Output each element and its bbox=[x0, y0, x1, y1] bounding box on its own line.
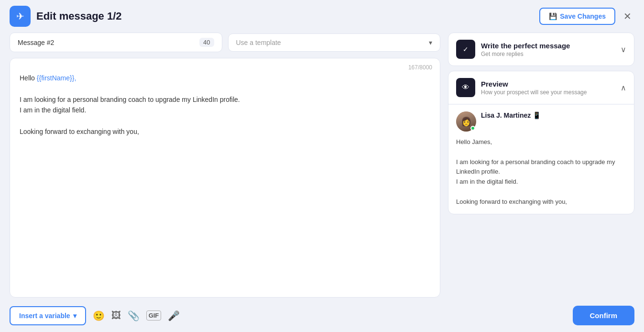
footer-left: Insert a variable ▾ 🙂 🖼 📎 GIF 🎤 bbox=[10, 306, 180, 325]
preview-user: 👩 Lisa J. Martinez 📱 bbox=[456, 111, 626, 132]
header-right: 💾 Save Changes ✕ bbox=[539, 8, 634, 25]
write-panel-text: Write the perfect message Get more repli… bbox=[481, 42, 570, 57]
emoji-button[interactable]: 🙂 bbox=[93, 310, 105, 321]
preview-panel-icon: 👁 bbox=[456, 78, 475, 97]
editor-content: Hello {{firstName}}, I am looking for a … bbox=[20, 73, 430, 137]
editor-line-1: I am looking for a personal branding coa… bbox=[20, 94, 430, 105]
message-label-box: Message #2 40 bbox=[10, 33, 222, 52]
preview-panel-text: Preview How your prospect will see your … bbox=[481, 80, 587, 96]
char-count-badge: 40 bbox=[199, 38, 214, 47]
preview-line-3: Looking forward to exchanging with you, bbox=[456, 197, 626, 207]
write-panel-header-left: ✓ Write the perfect message Get more rep… bbox=[456, 40, 570, 59]
message-controls: Message #2 40 Use a template ▾ bbox=[10, 33, 440, 52]
logo-icon: ✈ bbox=[10, 6, 31, 27]
image-button[interactable]: 🖼 bbox=[111, 310, 121, 321]
chevron-down-icon: ▾ bbox=[429, 39, 432, 46]
editor-box[interactable]: 167/8000 Hello {{firstName}}, I am looki… bbox=[10, 58, 440, 298]
editor-line-greeting: Hello {{firstName}}, bbox=[20, 73, 430, 83]
attachment-button[interactable]: 📎 bbox=[128, 310, 140, 321]
main-content: Message #2 40 Use a template ▾ 167/8000 … bbox=[0, 33, 644, 298]
save-changes-button[interactable]: 💾 Save Changes bbox=[539, 8, 615, 25]
left-panel: Message #2 40 Use a template ▾ 167/8000 … bbox=[10, 33, 440, 298]
preview-line-1: I am looking for a personal branding coa… bbox=[456, 157, 626, 177]
message-label: Message #2 bbox=[18, 39, 54, 46]
preview-line-2: I am in the digital field. bbox=[456, 177, 626, 187]
gif-button[interactable]: GIF bbox=[146, 310, 162, 321]
preview-panel-header-left: 👁 Preview How your prospect will see you… bbox=[456, 78, 587, 97]
header-left: ✈ Edit message 1/2 bbox=[10, 6, 122, 27]
confirm-button[interactable]: Confirm bbox=[573, 306, 635, 325]
save-icon: 💾 bbox=[549, 12, 557, 20]
footer-toolbar: Insert a variable ▾ 🙂 🖼 📎 GIF 🎤 Confirm bbox=[0, 299, 644, 332]
write-panel-title: Write the perfect message bbox=[481, 42, 570, 50]
preview-user-info: Lisa J. Martinez 📱 bbox=[481, 111, 541, 119]
preview-content: 👩 Lisa J. Martinez 📱 Hello James, I am l… bbox=[448, 104, 634, 214]
insert-variable-button[interactable]: Insert a variable ▾ bbox=[10, 306, 86, 325]
editor-line-2: I am in the digital field. bbox=[20, 105, 430, 115]
chevron-down-icon: ▾ bbox=[73, 312, 76, 320]
microphone-button[interactable]: 🎤 bbox=[168, 310, 180, 321]
preview-user-name: Lisa J. Martinez 📱 bbox=[481, 111, 541, 119]
write-panel-collapse-icon[interactable]: ∨ bbox=[621, 45, 626, 54]
template-dropdown[interactable]: Use a template ▾ bbox=[228, 33, 441, 52]
write-panel-card: ✓ Write the perfect message Get more rep… bbox=[448, 33, 634, 66]
write-panel-icon: ✓ bbox=[456, 40, 475, 59]
template-placeholder: Use a template bbox=[236, 39, 281, 46]
avatar-container: 👩 bbox=[456, 111, 476, 132]
preview-panel-subtitle: How your prospect will see your message bbox=[481, 89, 587, 96]
online-indicator bbox=[470, 126, 475, 131]
preview-card: 👁 Preview How your prospect will see you… bbox=[448, 71, 634, 214]
variable-firstname: {{firstName}}, bbox=[37, 74, 76, 82]
editor-char-count: 167/8000 bbox=[408, 64, 432, 71]
preview-panel-collapse-icon[interactable]: ∧ bbox=[621, 83, 626, 92]
right-panel: ✓ Write the perfect message Get more rep… bbox=[448, 33, 634, 298]
header: ✈ Edit message 1/2 💾 Save Changes ✕ bbox=[0, 0, 644, 33]
write-panel-subtitle: Get more replies bbox=[481, 51, 570, 57]
preview-message-body: Hello James, I am looking for a personal… bbox=[456, 137, 626, 207]
close-button[interactable]: ✕ bbox=[620, 9, 634, 23]
preview-greeting: Hello James, bbox=[456, 137, 626, 147]
preview-panel-title: Preview bbox=[481, 80, 587, 88]
preview-panel-header: 👁 Preview How your prospect will see you… bbox=[448, 71, 634, 104]
editor-line-3: Looking forward to exchanging with you, bbox=[20, 126, 430, 137]
page-title: Edit message 1/2 bbox=[36, 10, 122, 22]
write-panel-header: ✓ Write the perfect message Get more rep… bbox=[448, 33, 634, 66]
